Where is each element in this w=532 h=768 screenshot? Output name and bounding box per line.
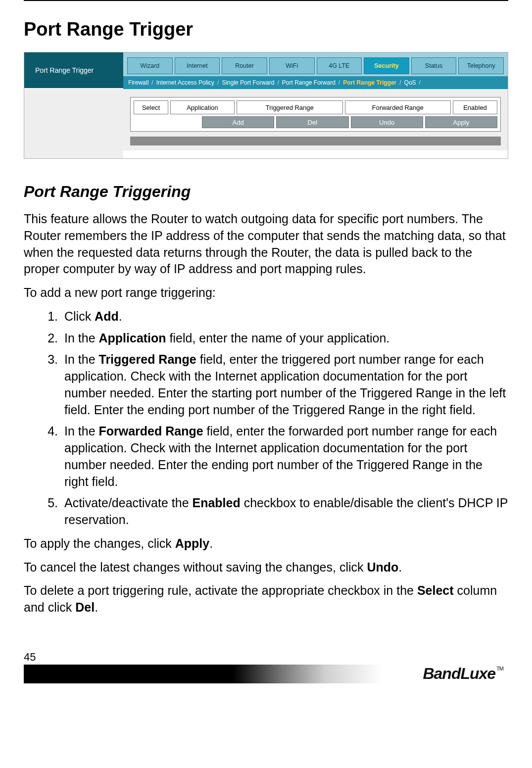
footer-band-dark [24,665,227,683]
step-4-bold: Forwarded Range [99,424,203,438]
section-heading: Port Range Triggering [24,183,508,201]
tab-telephony[interactable]: Telephony [458,57,504,74]
subnav-firewall[interactable]: Firewall [128,79,148,86]
step-4: In the Forwarded Range field, enter the … [61,423,508,490]
footer-band-fade: BandLuxe TM [227,665,508,683]
brand-logo: BandLuxe TM [423,665,503,683]
tab-internet[interactable]: Internet [175,57,220,74]
apply-text-b: . [209,536,213,550]
add-button[interactable]: Add [202,116,274,128]
apply-button[interactable]: Apply [425,116,497,128]
step-4-text-a: In the [64,424,99,438]
subnav-qos[interactable]: QoS [404,79,416,86]
undo-text-b: . [398,560,402,574]
subnav-single-port-forward[interactable]: Single Port Forward [222,79,274,86]
table-panel: Select Application Triggered Range Forwa… [130,97,501,132]
brand-text: BandLuxe [423,665,495,683]
undo-button[interactable]: Undo [351,116,423,128]
col-application: Application [170,100,235,114]
apply-text-a: To apply the changes, click [24,536,175,550]
intro-paragraph: This feature allows the Router to watch … [24,211,508,278]
button-row-spacer [134,116,200,128]
step-5-bold: Enabled [192,496,240,510]
undo-line: To cancel the latest changes without sav… [24,559,508,576]
step-2-bold: Application [99,331,166,345]
undo-text-a: To cancel the latest changes without sav… [24,560,367,574]
step-3-bold: Triggered Range [99,352,196,366]
subnav: Firewall/ Internet Access Policy/ Single… [123,76,508,89]
step-5-text-a: Activate/deactivate the [64,496,192,510]
del-button[interactable]: Del [276,116,348,128]
step-2-text-b: field, enter the name of your applicatio… [166,331,390,345]
subnav-internet-access-policy[interactable]: Internet Access Policy [156,79,214,86]
router-ui-screenshot: Port Range Trigger Wizard Internet Route… [24,52,508,159]
subnav-port-range-forward[interactable]: Port Range Forward [282,79,336,86]
table-header-row: Select Application Triggered Range Forwa… [134,100,497,114]
step-3-text-a: In the [64,352,99,366]
step-3: In the Triggered Range field, enter the … [61,351,508,418]
sidebar-body [24,89,123,158]
del-text-c: . [95,600,98,614]
del-bold-del: Del [75,600,95,614]
tab-wifi[interactable]: WiFi [269,57,315,74]
panel-footer-bar [130,137,501,145]
step-1-text-b: . [119,309,122,323]
del-text-a: To delete a port triggering rule, activa… [24,583,417,597]
tab-security[interactable]: Security [364,57,409,74]
col-forwarded-range: Forwarded Range [345,100,451,114]
step-5: Activate/deactivate the Enabled checkbox… [61,495,508,528]
tab-wizard[interactable]: Wizard [127,57,173,74]
subnav-port-range-trigger[interactable]: Port Range Trigger [343,79,396,86]
step-1-bold: Add [95,309,119,323]
step-2: In the Application field, enter the name… [61,330,508,347]
col-triggered-range: Triggered Range [237,100,343,114]
apply-bold: Apply [175,536,209,550]
del-line: To delete a port triggering rule, activa… [24,582,508,616]
tab-4glte[interactable]: 4G LTE [317,57,362,74]
page-footer: 45 BandLuxe TM [24,651,508,683]
step-2-text-a: In the [64,331,99,345]
tab-router[interactable]: Router [222,57,267,74]
apply-line: To apply the changes, click Apply. [24,535,508,552]
steps-list: Click Add. In the Application field, ent… [24,308,508,528]
main-tabs: Wizard Internet Router WiFi 4G LTE Secur… [123,52,508,76]
page-title: Port Range Trigger [24,19,508,40]
step-1: Click Add. [61,308,508,325]
top-rule [24,0,508,1]
undo-bold: Undo [367,560,398,574]
del-bold-select: Select [417,583,454,597]
page-number: 45 [24,651,508,664]
col-select: Select [134,100,168,114]
step-1-text-a: Click [64,309,95,323]
tab-status[interactable]: Status [411,57,457,74]
sidebar-title: Port Range Trigger [24,52,123,88]
col-enabled: Enabled [453,100,497,114]
brand-tm: TM [496,666,503,672]
to-add-line: To add a new port range triggering: [24,285,508,301]
